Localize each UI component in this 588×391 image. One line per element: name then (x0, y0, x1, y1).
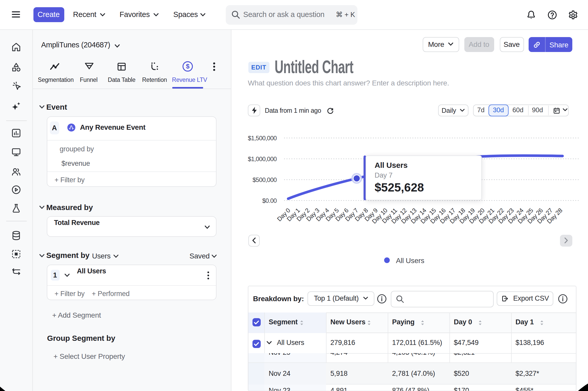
svg-text:$0.00: $0.00 (262, 197, 277, 204)
svg-text:$1,500,000: $1,500,000 (248, 134, 277, 141)
svg-text:$: $ (186, 63, 189, 70)
svg-text:$500,000: $500,000 (252, 176, 277, 183)
svg-text:$1,000,000: $1,000,000 (248, 155, 277, 162)
